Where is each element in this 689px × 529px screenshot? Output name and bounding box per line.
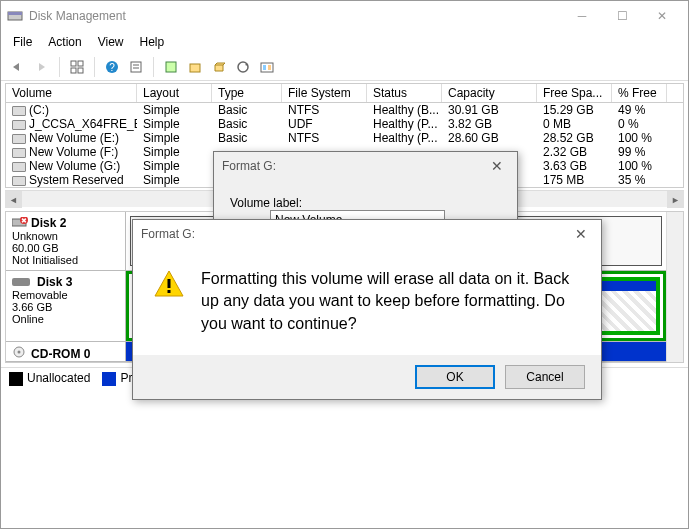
svg-rect-22 [168, 279, 171, 288]
drive-icon [12, 162, 26, 172]
help-button[interactable]: ? [101, 56, 123, 78]
drive-icon [12, 134, 26, 144]
drive-icon [12, 148, 26, 158]
svg-text:?: ? [109, 62, 115, 73]
drive-icon [12, 120, 26, 130]
close-icon[interactable]: ✕ [569, 222, 593, 246]
disk-info[interactable]: ✖ Disk 2 Unknown 60.00 GB Not Initialise… [6, 212, 126, 270]
svg-point-21 [18, 351, 21, 354]
disk-init: Not Initialised [12, 254, 78, 266]
dialog-message: Formatting this volume will erase all da… [201, 268, 581, 335]
col-volume[interactable]: Volume [6, 84, 137, 102]
menu-action[interactable]: Action [40, 35, 89, 49]
svg-text:✖: ✖ [21, 217, 27, 224]
disk-status: Unknown [12, 230, 58, 242]
scroll-right-icon[interactable]: ► [667, 191, 684, 208]
volume-label-text: Volume label: [230, 196, 302, 210]
svg-rect-2 [71, 61, 76, 66]
title-bar: Disk Management ─ ☐ ✕ [1, 1, 688, 31]
disk-online: Online [12, 313, 44, 325]
disk-name: Disk 2 [31, 216, 66, 230]
dialog-title: Format G: [141, 227, 195, 241]
tool-icon[interactable] [256, 56, 278, 78]
col-layout[interactable]: Layout [137, 84, 212, 102]
svg-rect-3 [78, 61, 83, 66]
svg-rect-4 [71, 68, 76, 73]
dialog-title-bar: Format G: ✕ [133, 220, 601, 248]
col-type[interactable]: Type [212, 84, 282, 102]
disk-size: 60.00 GB [12, 242, 58, 254]
svg-rect-15 [263, 65, 266, 70]
menu-file[interactable]: File [5, 35, 40, 49]
refresh-icon[interactable] [232, 56, 254, 78]
table-row[interactable]: New Volume (E:)SimpleBasicNTFSHealthy (P… [6, 131, 683, 145]
views-button[interactable] [66, 56, 88, 78]
dialog-title-bar: Format G: ✕ [214, 152, 517, 180]
disk-info[interactable]: CD-ROM 0 [6, 342, 126, 361]
minimize-button[interactable]: ─ [562, 1, 602, 31]
svg-rect-11 [166, 62, 176, 72]
disk-name: Disk 3 [37, 275, 72, 289]
col-status[interactable]: Status [367, 84, 442, 102]
dialog-buttons: OK Cancel [133, 355, 601, 399]
cdrom-name: CD-ROM 0 [31, 347, 90, 361]
svg-rect-1 [8, 12, 22, 15]
disk-icon [12, 278, 30, 286]
tool-icon[interactable] [160, 56, 182, 78]
legend-unallocated: Unallocated [27, 371, 90, 385]
forward-button[interactable] [31, 56, 53, 78]
drive-icon [12, 176, 26, 186]
svg-rect-5 [78, 68, 83, 73]
properties-button[interactable] [125, 56, 147, 78]
dialog-body: Formatting this volume will erase all da… [133, 248, 601, 355]
disk-removable: Removable [12, 289, 68, 301]
window-title: Disk Management [29, 9, 562, 23]
menu-view[interactable]: View [90, 35, 132, 49]
table-row[interactable]: J_CCSA_X64FRE_E...SimpleBasicUDFHealthy … [6, 117, 683, 131]
back-button[interactable] [7, 56, 29, 78]
warning-icon [153, 268, 185, 335]
close-icon[interactable]: ✕ [485, 154, 509, 178]
disk-size: 3.66 GB [12, 301, 52, 313]
tool-icon[interactable] [208, 56, 230, 78]
confirm-dialog: Format G: ✕ Formatting this volume will … [132, 219, 602, 400]
table-row[interactable]: (C:)SimpleBasicNTFSHealthy (B...30.91 GB… [6, 103, 683, 117]
close-button[interactable]: ✕ [642, 1, 682, 31]
tool-icon[interactable] [184, 56, 206, 78]
cdrom-icon [12, 348, 31, 360]
list-header: Volume Layout Type File System Status Ca… [6, 84, 683, 103]
maximize-button[interactable]: ☐ [602, 1, 642, 31]
scroll-left-icon[interactable]: ◄ [5, 191, 22, 208]
col-free[interactable]: Free Spa... [537, 84, 612, 102]
dialog-title: Format G: [222, 159, 276, 173]
col-pctfree[interactable]: % Free [612, 84, 667, 102]
svg-rect-8 [131, 62, 141, 72]
disk-err-icon: ✖ [12, 217, 31, 229]
svg-rect-12 [190, 64, 200, 72]
col-filesystem[interactable]: File System [282, 84, 367, 102]
v-scrollbar[interactable] [666, 212, 683, 362]
app-icon [7, 8, 23, 24]
col-capacity[interactable]: Capacity [442, 84, 537, 102]
menu-bar: File Action View Help [1, 31, 688, 53]
disk-info[interactable]: Disk 3 Removable 3.66 GB Online [6, 271, 126, 341]
menu-help[interactable]: Help [132, 35, 173, 49]
drive-icon [12, 106, 26, 116]
svg-rect-14 [261, 63, 273, 72]
svg-rect-16 [268, 65, 271, 70]
ok-button[interactable]: OK [415, 365, 495, 389]
toolbar: ? [1, 53, 688, 81]
svg-rect-23 [168, 290, 171, 293]
cancel-button[interactable]: Cancel [505, 365, 585, 389]
